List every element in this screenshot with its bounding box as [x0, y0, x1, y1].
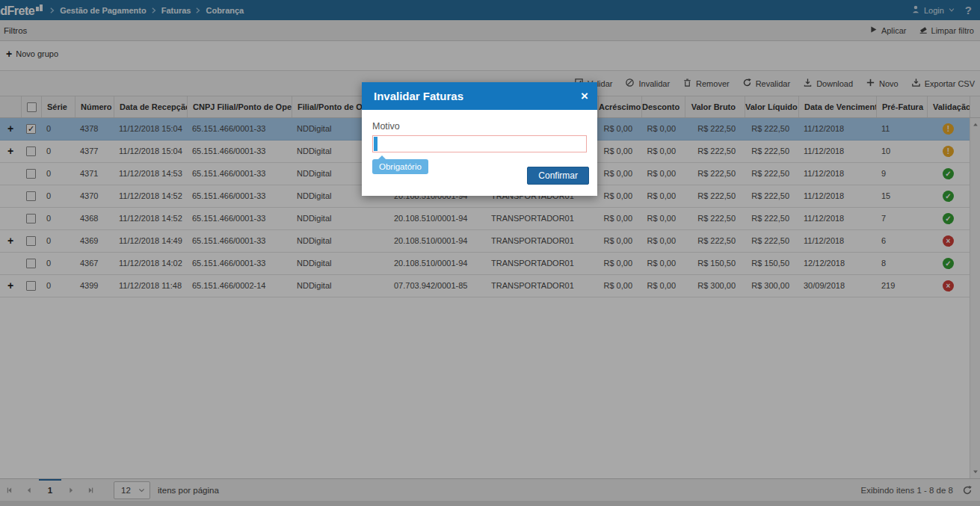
text-caret — [374, 137, 377, 151]
invalidate-invoices-dialog: Invalidar Faturas × Motivo Obrigatório C… — [362, 82, 597, 196]
motivo-label: Motivo — [372, 121, 400, 132]
dialog-title: Invalidar Faturas — [374, 90, 463, 102]
required-tooltip: Obrigatório — [372, 159, 428, 174]
motivo-field-wrap — [372, 135, 587, 152]
motivo-input[interactable] — [372, 135, 587, 152]
dialog-header: Invalidar Faturas × — [362, 82, 597, 110]
close-icon[interactable]: × — [581, 90, 588, 102]
confirm-button[interactable]: Confirmar — [527, 167, 589, 185]
dialog-body: Motivo Obrigatório Confirmar — [362, 110, 597, 196]
modal-backdrop — [0, 0, 980, 506]
